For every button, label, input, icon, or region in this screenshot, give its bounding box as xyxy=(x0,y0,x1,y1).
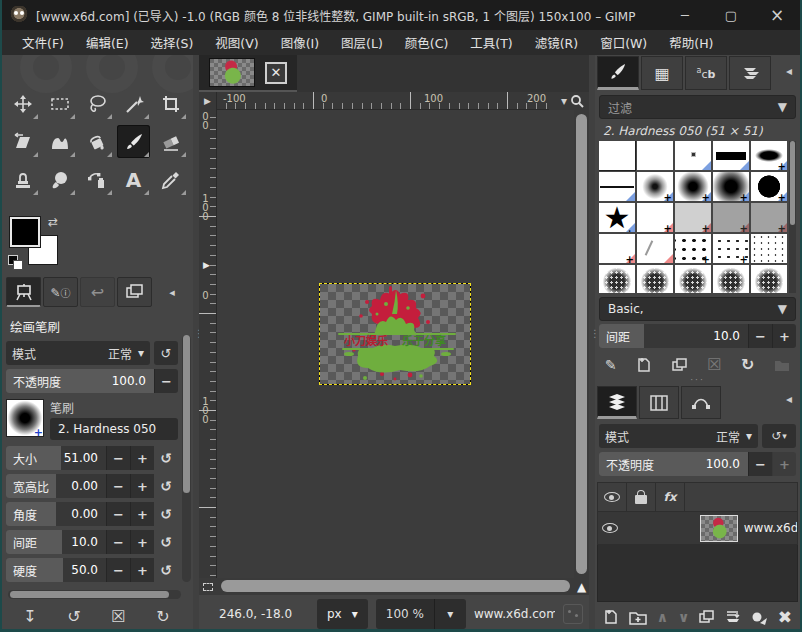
spacing-increase-button[interactable]: + xyxy=(130,530,154,554)
paintbrush-tool-button[interactable] xyxy=(117,125,150,158)
zoom-tool-button[interactable] xyxy=(6,201,39,209)
delete-tool-preset-button[interactable]: ☒ xyxy=(111,607,125,626)
menu-windows[interactable]: 窗口(W) xyxy=(590,30,657,55)
brush-swatch[interactable] xyxy=(713,172,749,201)
brush-swatch[interactable] xyxy=(751,203,787,232)
bucket-fill-tool-button[interactable] xyxy=(80,125,113,158)
image-tab-close-icon[interactable]: ✕ xyxy=(265,62,287,84)
vertical-ruler[interactable]: 00 100 0 100 ▶ xyxy=(199,110,217,578)
new-brush-icon[interactable] xyxy=(636,357,652,373)
horizontal-ruler[interactable]: -100 0 100 200 xyxy=(217,92,549,110)
eraser-tool-button[interactable] xyxy=(154,125,187,158)
size-reset-button[interactable]: ↺ xyxy=(154,446,178,470)
default-colors-icon[interactable] xyxy=(8,255,22,269)
rectangle-select-tool-button[interactable] xyxy=(43,87,76,120)
layer-opacity-increase-button[interactable]: + xyxy=(772,452,796,476)
brush-swatch[interactable] xyxy=(675,172,711,201)
tab-brushes[interactable] xyxy=(597,56,639,90)
brush-swatch[interactable] xyxy=(599,141,635,170)
layer-mode-dropdown[interactable]: 模式 正常 ▾ xyxy=(599,424,758,448)
new-group-icon[interactable] xyxy=(629,610,647,625)
menu-edit[interactable]: 编辑(E) xyxy=(76,30,139,55)
layer-mask-icon[interactable] xyxy=(751,610,768,625)
menu-filters[interactable]: 滤镜(R) xyxy=(525,30,588,55)
minimize-button[interactable]: ─ xyxy=(662,0,708,30)
smudge-tool-button[interactable] xyxy=(43,163,76,196)
zoom-follow-icon[interactable] xyxy=(570,94,585,109)
crop-tool-button[interactable] xyxy=(154,87,187,120)
edit-brush-icon[interactable]: ✎ xyxy=(605,357,617,373)
brush-swatch[interactable] xyxy=(637,203,673,232)
free-select-tool-button[interactable] xyxy=(80,87,113,120)
navigation-button[interactable]: ▲ xyxy=(574,578,589,595)
menu-select[interactable]: 选择(S) xyxy=(141,30,204,55)
menu-layer[interactable]: 图层(L) xyxy=(331,30,393,55)
brush-swatch[interactable] xyxy=(751,141,787,170)
layers-dock-collapse-icon[interactable]: ◂ xyxy=(786,392,798,406)
angle-increase-button[interactable]: + xyxy=(130,502,154,526)
active-brush-thumbnail[interactable] xyxy=(6,399,44,437)
zoom-dropdown-button[interactable]: ▾ xyxy=(434,599,466,629)
delete-layer-icon[interactable]: ✖ xyxy=(778,607,792,627)
menu-tools[interactable]: 工具(T) xyxy=(460,30,522,55)
tab-images[interactable] xyxy=(117,277,152,307)
maximize-button[interactable]: ▢ xyxy=(708,0,754,30)
brush-swatch[interactable]: ★ xyxy=(599,203,635,232)
brush-swatch[interactable] xyxy=(751,265,787,293)
transform-tool-button[interactable] xyxy=(6,125,39,158)
dock-collapse-icon[interactable]: ◂ xyxy=(162,286,182,299)
menu-view[interactable]: 视图(V) xyxy=(205,30,268,55)
text-tool-button[interactable]: A xyxy=(117,163,150,196)
brush-swatch[interactable] xyxy=(599,265,635,293)
aspect-ratio-slider[interactable]: 宽高比 0.00 xyxy=(6,474,106,498)
menu-file[interactable]: 文件(F) xyxy=(12,30,74,55)
zoom-level-field[interactable]: 100 % xyxy=(376,599,434,629)
tab-channels[interactable] xyxy=(639,386,679,419)
brush-grid-scrollbar[interactable] xyxy=(789,141,796,293)
image-tab[interactable]: ✕ xyxy=(199,55,297,92)
layer-row[interactable]: www.x6d.c xyxy=(597,512,798,545)
swap-colors-icon[interactable]: ⇄ xyxy=(48,215,58,229)
tab-device-status[interactable]: ✎ⓘ xyxy=(43,277,78,307)
lower-layer-icon[interactable]: ∨ xyxy=(678,609,689,625)
menu-colors[interactable]: 颜色(C) xyxy=(395,30,458,55)
brush-swatch[interactable] xyxy=(713,203,749,232)
tab-document-history[interactable] xyxy=(729,56,771,90)
reset-tool-options-button[interactable]: ↻ xyxy=(156,607,169,626)
layer-visibility-icon[interactable] xyxy=(598,523,622,533)
hardness-increase-button[interactable]: + xyxy=(130,558,154,582)
merge-down-icon[interactable] xyxy=(725,610,741,625)
ink-tool-button[interactable] xyxy=(80,163,113,196)
spacing-slider[interactable]: 间距 10.0 xyxy=(6,530,106,554)
layer-name[interactable]: www.x6d.c xyxy=(744,521,797,535)
opacity-slider[interactable]: 不透明度 100.0 xyxy=(6,369,154,393)
color-picker-tool-button[interactable] xyxy=(154,163,187,196)
brush-swatch[interactable] xyxy=(637,265,673,293)
clone-tool-button[interactable] xyxy=(6,163,39,196)
brush-name[interactable]: 2. Hardness 050 xyxy=(50,418,178,440)
duplicate-brush-icon[interactable] xyxy=(672,358,688,372)
hardness-decrease-button[interactable]: − xyxy=(106,558,130,582)
move-tool-button[interactable] xyxy=(6,87,39,120)
brush-swatch[interactable] xyxy=(675,265,711,293)
restore-tool-preset-button[interactable]: ↺ xyxy=(67,607,80,626)
brush-spacing-decrease-button[interactable]: − xyxy=(748,324,772,348)
spacing-reset-button[interactable]: ↺ xyxy=(154,530,178,554)
layer-opacity-decrease-button[interactable]: − xyxy=(748,452,772,476)
aspect-increase-button[interactable]: + xyxy=(130,474,154,498)
hardness-reset-button[interactable]: ↺ xyxy=(154,558,178,582)
brush-swatch[interactable] xyxy=(713,141,749,170)
brush-swatch[interactable] xyxy=(637,141,673,170)
canvas-horizontal-scrollbar[interactable] xyxy=(217,578,574,595)
angle-slider[interactable]: 角度 0.00 xyxy=(6,502,106,526)
effects-column-icon[interactable]: fx xyxy=(656,483,685,511)
size-decrease-button[interactable]: − xyxy=(106,446,130,470)
brush-swatch[interactable] xyxy=(713,234,749,263)
hardness-slider[interactable]: 硬度 50.0 xyxy=(6,558,106,582)
canvas-viewport[interactable]: 小刀娱乐 乐于分享 xyxy=(217,110,574,578)
brush-swatch[interactable] xyxy=(637,234,673,263)
raise-layer-icon[interactable]: ∧ xyxy=(657,609,668,625)
delete-brush-icon[interactable]: ☒ xyxy=(707,355,721,374)
brush-swatch[interactable] xyxy=(599,172,635,201)
fuzzy-select-tool-button[interactable] xyxy=(117,87,150,120)
